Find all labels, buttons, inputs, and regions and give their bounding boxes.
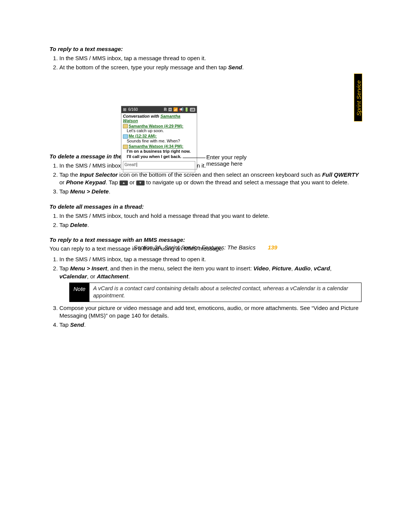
insert-type: Audio bbox=[295, 265, 311, 272]
phone-statusbar: ⊞ 6/160 🖹 🖾 📶 📢 🔋 ok bbox=[121, 106, 197, 113]
footer-text: Section 3A. Sprint Service Features: The… bbox=[134, 244, 255, 251]
text: . Tap bbox=[106, 179, 119, 185]
nav-up-icon: ▲ bbox=[119, 181, 128, 185]
text: , bbox=[291, 265, 294, 272]
insert-type: Picture bbox=[272, 265, 292, 272]
sender-line: Samantha Watson (4:29 PM): bbox=[121, 124, 197, 129]
text: , bbox=[311, 265, 314, 272]
incoming-icon bbox=[123, 145, 128, 149]
text: Tap bbox=[59, 265, 70, 272]
list-item: Tap Menu > Insert, and then in the menu,… bbox=[59, 265, 362, 302]
list-item: In the SMS / MMS inbox, tap a message th… bbox=[59, 256, 362, 263]
msg-text: I'm on a business trip right now. bbox=[121, 149, 197, 154]
menu-label: Menu > Delete bbox=[70, 188, 108, 195]
list-item: Tap Delete. bbox=[59, 221, 362, 229]
menu-label: Menu > Insert bbox=[70, 265, 107, 272]
outgoing-icon bbox=[123, 134, 128, 139]
send-label: Send bbox=[228, 64, 242, 70]
callout-text: Enter your reply message here bbox=[206, 154, 247, 167]
list-reply: In the SMS / MMS inbox, tap a message th… bbox=[49, 54, 362, 72]
text: . bbox=[128, 273, 130, 280]
callout-leader bbox=[183, 158, 206, 158]
status-icons: 🖹 🖾 📶 📢 🔋 bbox=[163, 107, 189, 112]
list-item: At the bottom of the screen, type your r… bbox=[59, 64, 362, 71]
text: Tap bbox=[59, 321, 70, 328]
heading-delete-all: To delete all messages in a thread: bbox=[49, 203, 362, 210]
list-reply-mms: In the SMS / MMS inbox, tap a message th… bbox=[49, 256, 362, 329]
heading-delete-one: To delete a message in the thread: bbox=[49, 153, 362, 160]
text: , or bbox=[87, 273, 97, 280]
text: message here bbox=[206, 160, 247, 167]
phone-screenshot: ⊞ 6/160 🖹 🖾 📶 📢 🔋 ok Conversation with S… bbox=[121, 106, 197, 169]
sender-line: Samantha Watson (4:34 PM): bbox=[121, 144, 197, 149]
sender-line: Me (12:32 AM): bbox=[121, 134, 197, 139]
kbd-label: Full QWERTY bbox=[322, 171, 358, 178]
text: , and then in the menu, select the item … bbox=[107, 265, 253, 272]
text: At the bottom of the screen, type your r… bbox=[59, 64, 228, 70]
msg-text: Sounds fine with me. When? bbox=[121, 139, 197, 144]
list-delete-all: In the SMS / MMS inbox, touch and hold a… bbox=[49, 212, 362, 229]
nav-down-icon: ▼ bbox=[136, 181, 145, 185]
heading-reply: To reply to a text message: bbox=[49, 46, 362, 52]
note-box: Note A vCard is a contact card containin… bbox=[69, 283, 362, 302]
input-selector-label: Input Selector bbox=[80, 171, 118, 178]
list-item: In the SMS / MMS inbox, tap a message th… bbox=[59, 54, 362, 62]
caret-icon bbox=[137, 163, 137, 167]
windows-icon: ⊞ bbox=[123, 107, 126, 112]
text: , bbox=[330, 265, 331, 272]
text: or bbox=[59, 179, 66, 185]
insert-type: Attachment bbox=[97, 273, 128, 280]
text: to navigate up or down the thread and se… bbox=[145, 179, 349, 185]
reply-field: Great! bbox=[123, 161, 195, 173]
heading-reply-mms: To reply to a text message with an MMS m… bbox=[49, 236, 362, 243]
text: Tap bbox=[59, 188, 70, 195]
note-text: A vCard is a contact card containing det… bbox=[89, 283, 361, 302]
list-item: Compose your picture or video message an… bbox=[59, 304, 362, 320]
char-counter: 6/160 bbox=[128, 107, 138, 112]
text: . bbox=[84, 321, 86, 328]
page-body: To reply to a text message: In the SMS /… bbox=[49, 38, 362, 334]
ok-button: ok bbox=[190, 108, 195, 112]
msg-text: I'll call you when I get back. bbox=[121, 154, 197, 160]
insert-type: vCalendar bbox=[59, 273, 87, 280]
delete-label: Delete bbox=[70, 222, 87, 228]
text: . bbox=[109, 188, 110, 195]
text: . bbox=[87, 222, 89, 228]
page-number: 139 bbox=[268, 244, 277, 251]
conversation-title: Conversation with Samantha Watson bbox=[121, 113, 197, 124]
reply-text: Great! bbox=[124, 162, 136, 167]
text: Conversation with bbox=[123, 114, 160, 118]
text: Tap the bbox=[59, 171, 80, 178]
text: Enter your reply bbox=[206, 154, 247, 160]
text: or bbox=[128, 179, 136, 185]
page-footer: Section 3A. Sprint Service Features: The… bbox=[49, 244, 362, 251]
insert-type: vCard bbox=[314, 265, 330, 272]
send-label: Send bbox=[70, 321, 84, 328]
incoming-icon bbox=[123, 124, 128, 128]
list-item: In the SMS / MMS inbox, touch and hold a… bbox=[59, 212, 362, 220]
text: , bbox=[269, 265, 272, 272]
list-delete-one: In the SMS / MMS inbox, tap a message th… bbox=[49, 162, 362, 196]
text: Tap bbox=[59, 222, 70, 228]
note-label: Note bbox=[70, 283, 89, 302]
kbd-label: Phone Keypad bbox=[66, 179, 106, 185]
list-item: Tap Send. bbox=[59, 321, 362, 329]
insert-type: Video bbox=[253, 265, 269, 272]
figure-area: ⊞ 6/160 🖹 🖾 📶 📢 🔋 ok Conversation with S… bbox=[49, 77, 362, 145]
list-item: Tap Menu > Delete. bbox=[59, 188, 362, 195]
list-item: Tap the Input Selector icon on the botto… bbox=[59, 171, 362, 187]
msg-text: Let's catch up soon. bbox=[121, 128, 197, 134]
